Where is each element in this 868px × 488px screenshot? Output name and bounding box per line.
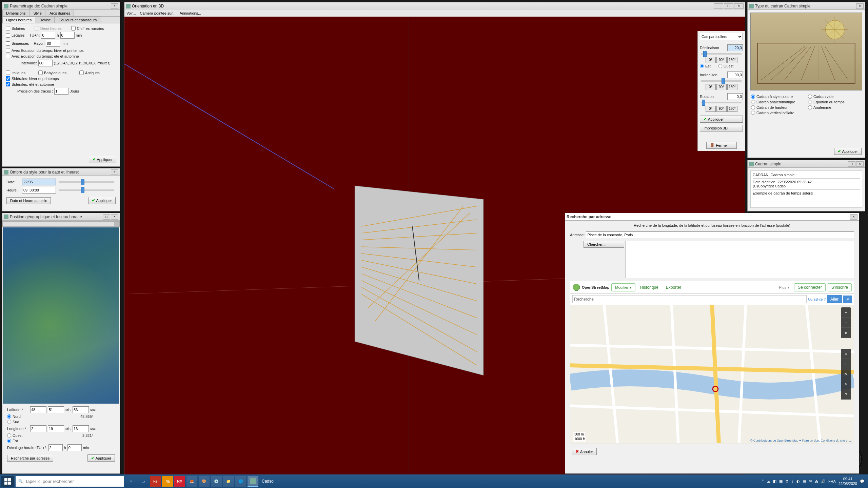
start-button[interactable]: [1, 476, 14, 487]
osm-search-input[interactable]: [572, 295, 807, 303]
rot-0[interactable]: 0°: [706, 106, 716, 112]
date-slider[interactable]: [59, 181, 114, 183]
close-icon[interactable]: ×: [850, 214, 857, 220]
decl-slider[interactable]: [701, 53, 742, 55]
decl-90[interactable]: 90°: [716, 57, 727, 63]
tab-arcs[interactable]: Arcs diurnes: [46, 10, 74, 16]
osm-export[interactable]: Exporter: [663, 284, 684, 291]
rx-icon[interactable]: RX: [174, 476, 185, 487]
tray-bluetooth-icon[interactable]: ᛒ: [791, 479, 794, 483]
chk-sid2[interactable]: [6, 82, 10, 86]
maximize-icon[interactable]: □: [103, 214, 110, 220]
osm-go[interactable]: Aller: [827, 295, 842, 303]
osm-directions-icon[interactable]: ↗: [843, 296, 852, 303]
explorer-icon[interactable]: 📁: [223, 476, 234, 487]
lat-min[interactable]: [48, 406, 64, 413]
radio-north[interactable]: [7, 414, 11, 419]
rot-90[interactable]: 90°: [716, 106, 727, 112]
chk-roman[interactable]: [71, 26, 76, 30]
incl-0[interactable]: 0°: [706, 84, 716, 90]
cadsol-taskbar[interactable]: [248, 476, 258, 487]
maximize-icon[interactable]: □: [848, 161, 855, 167]
cortana-icon[interactable]: ○: [125, 476, 136, 487]
tray-icon[interactable]: ◧: [773, 479, 776, 484]
radio-west[interactable]: [7, 433, 11, 438]
tray-icon[interactable]: ▤: [803, 479, 806, 484]
spin-tu-h[interactable]: [41, 32, 55, 39]
decl-0[interactable]: 0°: [706, 57, 716, 63]
tray-icon[interactable]: ✉: [809, 479, 812, 484]
chk-italic[interactable]: [6, 70, 10, 75]
minimize-icon[interactable]: ─: [714, 3, 723, 9]
taskbar-search[interactable]: 🔍: [16, 476, 124, 487]
menu-anim[interactable]: Animations...: [180, 11, 201, 15]
note-icon[interactable]: ✎: [841, 379, 851, 389]
hour-slider[interactable]: [59, 189, 114, 191]
off-m[interactable]: [67, 444, 82, 451]
chk-antique[interactable]: [79, 70, 84, 75]
tab-dimensions[interactable]: Dimensions: [2, 10, 29, 16]
osm-where[interactable]: Où est-ce ?: [808, 298, 826, 301]
chk-eot1[interactable]: [6, 48, 10, 53]
taskbar-search-input[interactable]: [25, 479, 121, 484]
tab-hourlines[interactable]: Lignes horaires: [2, 17, 35, 23]
r-polar[interactable]: [751, 95, 755, 99]
app-icon-1[interactable]: 🦊: [186, 476, 197, 487]
close-icon[interactable]: ×: [111, 169, 118, 175]
app-icon-2[interactable]: 🎨: [199, 476, 210, 487]
tab-style[interactable]: Style: [29, 10, 45, 16]
chk-sid1[interactable]: [6, 76, 10, 81]
tray-icon[interactable]: ⚙: [785, 479, 789, 484]
locate-icon[interactable]: ➤: [841, 328, 851, 338]
param-apply-button[interactable]: ✔Appliquer: [89, 156, 116, 163]
geo-apply-button[interactable]: ✔Appliquer: [87, 454, 115, 462]
type-apply-button[interactable]: ✔Appliquer: [834, 148, 862, 155]
taskview-icon[interactable]: ▭: [138, 476, 149, 487]
lon-min[interactable]: [48, 425, 64, 432]
orient-apply-button[interactable]: ✔Appliquer: [700, 116, 743, 123]
radio-south[interactable]: [7, 420, 11, 424]
hour-field[interactable]: [22, 187, 56, 194]
close-icon[interactable]: ×: [111, 3, 118, 9]
incl-slider[interactable]: [701, 80, 742, 82]
tray-notifications-icon[interactable]: 💬: [860, 479, 865, 484]
spin-interval[interactable]: [38, 60, 53, 66]
r-analem[interactable]: [751, 100, 755, 104]
chk-solar[interactable]: [6, 26, 10, 30]
app-icon-3[interactable]: 💿: [211, 476, 222, 487]
spin-tu-m[interactable]: [60, 32, 75, 39]
r-empty[interactable]: [808, 95, 812, 99]
radio-w[interactable]: [718, 64, 722, 68]
store-icon[interactable]: 🛍: [162, 476, 173, 487]
radio-e[interactable]: [700, 64, 704, 68]
lat-deg[interactable]: [30, 406, 46, 413]
rot-input[interactable]: [727, 93, 743, 100]
print3d-button[interactable]: Impression 3D: [700, 125, 743, 131]
close-icon[interactable]: ×: [856, 161, 864, 167]
shadow-apply-button[interactable]: ✔Appliquer: [88, 197, 116, 204]
filezilla-icon[interactable]: Fz: [150, 476, 161, 487]
rot-180[interactable]: 180°: [727, 106, 737, 112]
osm-history[interactable]: Historique: [637, 284, 661, 291]
close-button[interactable]: 🚪Fermer: [706, 142, 737, 149]
lon-deg[interactable]: [30, 425, 46, 432]
query-icon[interactable]: ?: [841, 389, 851, 400]
r-height[interactable]: [751, 105, 755, 109]
lat-sec[interactable]: [73, 406, 89, 413]
tab-devise[interactable]: Devise: [36, 17, 55, 23]
addr-input[interactable]: [586, 231, 854, 238]
zoom-out-icon[interactable]: −: [841, 318, 851, 328]
decl-input[interactable]: [727, 44, 743, 51]
type-select[interactable]: Cas particuliers: [700, 33, 743, 40]
taskbar-clock[interactable]: 09:41 22/05/2020: [839, 476, 857, 486]
zoom-in-icon[interactable]: +: [841, 307, 851, 318]
search-address-button[interactable]: Recherche par adresse: [7, 455, 53, 462]
tray-volume-icon[interactable]: 🔊: [821, 479, 826, 484]
spin-precision[interactable]: [54, 88, 68, 95]
off-h[interactable]: [48, 444, 63, 451]
lon-sec[interactable]: [73, 425, 89, 432]
share-icon[interactable]: ⇱: [841, 369, 851, 379]
close-icon[interactable]: ×: [734, 3, 744, 9]
osm-map[interactable]: 300 m 1000 ft © Contributeurs de OpenStr…: [570, 305, 854, 444]
radio-east[interactable]: [7, 439, 11, 443]
